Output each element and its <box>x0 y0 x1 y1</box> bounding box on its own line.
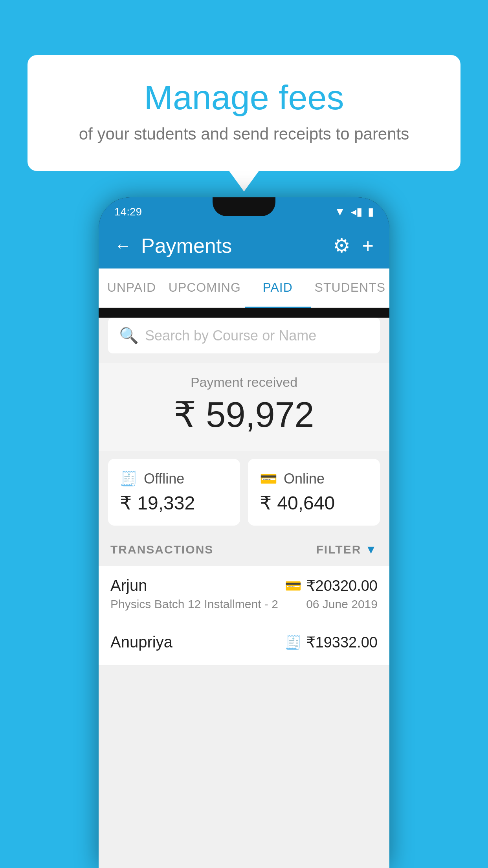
settings-icon[interactable]: ⚙ <box>333 234 350 257</box>
table-row[interactable]: Arjun 💳 ₹20320.00 Physics Batch 12 Insta… <box>99 566 389 622</box>
header-left: ← Payments <box>114 234 232 257</box>
speech-bubble-wrapper: Manage fees of your students and send re… <box>28 55 460 171</box>
filter-label: FILTER <box>316 543 361 556</box>
online-amount: ₹ 40,640 <box>260 492 368 514</box>
student-name: Arjun <box>110 577 147 594</box>
filter-icon: ▼ <box>365 543 378 556</box>
header-right: ⚙ + <box>333 234 374 257</box>
tab-students[interactable]: STUDENTS <box>311 268 389 307</box>
tab-paid[interactable]: PAID <box>245 268 311 308</box>
transaction-amount: ₹19332.00 <box>306 634 378 651</box>
offline-amount: ₹ 19,332 <box>120 492 228 514</box>
search-bar[interactable]: 🔍 Search by Course or Name <box>108 318 380 353</box>
transaction-amount: ₹20320.00 <box>306 577 378 594</box>
app-content: 🔍 Search by Course or Name Payment recei… <box>99 318 389 868</box>
search-icon: 🔍 <box>119 326 139 345</box>
course-info: Physics Batch 12 Installment - 2 <box>110 598 278 611</box>
table-row[interactable]: Anupriya 🧾 ₹19332.00 <box>99 622 389 666</box>
amount-wrap: 💳 ₹20320.00 <box>285 577 378 594</box>
offline-mode-icon: 🧾 <box>285 634 301 650</box>
time-display: 14:29 <box>114 206 142 218</box>
offline-icon: 🧾 <box>120 471 138 487</box>
filter-button[interactable]: FILTER ▼ <box>316 543 378 556</box>
bubble-subtitle: of your students and send receipts to pa… <box>59 125 429 143</box>
online-payment-card: 💳 Online ₹ 40,640 <box>248 459 380 526</box>
student-name: Anupriya <box>110 633 172 651</box>
app-header: ← Payments ⚙ + <box>99 223 389 268</box>
phone-frame: 14:29 ▼ ◂▮ ▮ ← Payments ⚙ + UNPAID UPCOM… <box>99 197 389 868</box>
offline-payment-card: 🧾 Offline ₹ 19,332 <box>108 459 240 526</box>
transaction-list: Arjun 💳 ₹20320.00 Physics Batch 12 Insta… <box>99 566 389 666</box>
payment-received-label: Payment received <box>99 375 389 390</box>
transaction-date: 06 June 2019 <box>306 598 378 611</box>
tab-unpaid[interactable]: UNPAID <box>99 268 165 307</box>
bubble-title: Manage fees <box>59 79 429 117</box>
add-icon[interactable]: + <box>362 234 374 257</box>
wifi-icon: ▼ <box>334 206 345 218</box>
transactions-label: TRANSACTIONS <box>110 543 213 556</box>
payment-cards: 🧾 Offline ₹ 19,332 💳 Online ₹ 40,640 <box>99 451 389 533</box>
online-label: Online <box>284 471 325 487</box>
battery-icon: ▮ <box>368 205 374 218</box>
online-icon: 💳 <box>260 471 277 487</box>
online-mode-icon: 💳 <box>285 578 301 594</box>
amount-wrap: 🧾 ₹19332.00 <box>285 634 378 651</box>
status-icons: ▼ ◂▮ ▮ <box>334 205 374 218</box>
back-button[interactable]: ← <box>114 236 132 256</box>
tab-bar: UNPAID UPCOMING PAID STUDENTS <box>99 268 389 308</box>
tab-upcoming[interactable]: UPCOMING <box>165 268 245 307</box>
payment-total-amount: ₹ 59,972 <box>99 394 389 435</box>
page-title: Payments <box>141 234 232 257</box>
offline-label: Offline <box>144 471 184 487</box>
payment-summary: Payment received ₹ 59,972 <box>99 363 389 451</box>
transactions-header: TRANSACTIONS FILTER ▼ <box>99 533 389 566</box>
signal-icon: ◂▮ <box>351 205 362 218</box>
speech-bubble: Manage fees of your students and send re… <box>28 55 460 171</box>
search-placeholder: Search by Course or Name <box>145 327 316 344</box>
